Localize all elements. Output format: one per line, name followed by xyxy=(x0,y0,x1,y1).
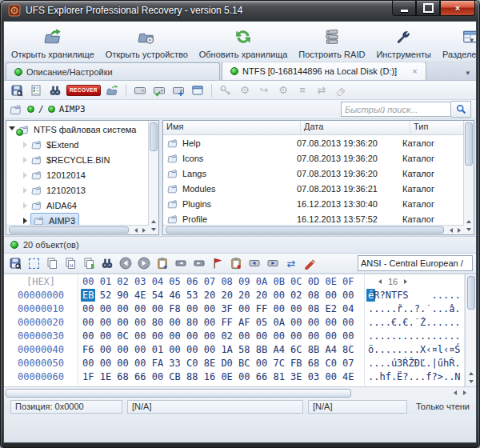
edit-mode-button[interactable] xyxy=(302,256,318,271)
column-header-type[interactable]: Тип xyxy=(410,121,463,134)
breadcrumb-root[interactable]: / xyxy=(38,104,44,114)
swap-button[interactable]: ⇄ xyxy=(314,82,330,98)
bookmark-flag-button[interactable] xyxy=(210,256,226,271)
save-selection-button[interactable] xyxy=(9,82,25,98)
expand-arrow-icon[interactable] xyxy=(19,155,30,165)
tree-item[interactable]: $Extend xyxy=(6,137,148,152)
tree-item[interactable]: 12012014 xyxy=(6,167,148,182)
scrollbar-thumb[interactable] xyxy=(465,122,473,166)
scroll-down-button[interactable] xyxy=(466,378,475,386)
find-button[interactable] xyxy=(47,82,63,98)
hex-byte-row[interactable]: 00 00 00 00 80 00 80 00 FF AF 05 0A 00 0… xyxy=(78,316,364,330)
hex-text-row[interactable]: .....ř..?.˙...â. xyxy=(365,302,464,316)
tree-item[interactable]: 12102013 xyxy=(6,182,148,198)
redo-button[interactable]: ↪ xyxy=(256,82,272,98)
disk-image-button[interactable] xyxy=(132,82,148,98)
eraser-button[interactable] xyxy=(333,82,349,98)
scrollbar-thumb[interactable] xyxy=(467,276,475,310)
search-button[interactable] xyxy=(451,101,471,118)
hex-byte-row[interactable]: 00 00 0C 00 00 00 00 00 02 00 00 00 00 0… xyxy=(78,330,364,343)
hex-vertical-scrollbar[interactable] xyxy=(465,274,476,386)
forward-button[interactable] xyxy=(136,256,152,271)
run-gear-button[interactable]: ⚙ xyxy=(275,82,291,98)
tree-vertical-scrollbar[interactable] xyxy=(148,121,158,234)
key-button[interactable] xyxy=(218,82,234,98)
selection-end-button[interactable] xyxy=(191,256,207,271)
scroll-right-button[interactable] xyxy=(140,226,149,234)
hex-find-button[interactable] xyxy=(99,256,115,271)
select-block-button[interactable] xyxy=(26,256,42,271)
tree-horizontal-scrollbar[interactable] xyxy=(6,225,149,234)
search-input[interactable] xyxy=(341,102,451,117)
scroll-up-button[interactable] xyxy=(465,217,474,226)
list-horizontal-scrollbar[interactable] xyxy=(163,225,464,234)
open-folder-button[interactable] xyxy=(104,82,120,98)
file-row[interactable]: Help 07.08.2013 19:36:20 Каталог xyxy=(163,135,463,150)
gear-button[interactable]: ⚙ xyxy=(237,82,253,98)
expand-arrow-icon[interactable] xyxy=(19,216,30,226)
back-button[interactable] xyxy=(118,256,134,271)
minimize-button[interactable] xyxy=(392,1,416,16)
hex-horizontal-scrollbar[interactable] xyxy=(4,386,476,398)
tools-button[interactable]: Инструменты xyxy=(370,22,437,62)
scrollbar-thumb[interactable] xyxy=(150,122,158,151)
sync-button[interactable]: ⇄ xyxy=(283,256,299,271)
spinner-decrease-icon[interactable] xyxy=(376,279,382,284)
goto-prev-button[interactable] xyxy=(246,256,262,271)
copy-hex-button[interactable]: H xyxy=(62,256,78,271)
hex-text-row[interactable]: ....€.€.˙Ż...... xyxy=(365,316,464,330)
scroll-left-button[interactable] xyxy=(446,226,455,234)
file-row[interactable]: Icons 07.08.2013 19:36:20 Каталог xyxy=(163,150,463,166)
expand-arrow-icon[interactable] xyxy=(19,170,30,180)
hex-text[interactable]: R?NTFS ..... xyxy=(374,290,460,301)
hex-byte-row[interactable]: 1F 1E 68 66 00 CB 88 16 0E 00 66 81 3E 0… xyxy=(78,370,364,384)
expand-arrow-icon[interactable] xyxy=(19,186,30,195)
selected-byte[interactable]: EB xyxy=(81,289,95,302)
maximize-button[interactable] xyxy=(416,1,440,16)
scrollbar-thumb[interactable] xyxy=(166,226,444,234)
list-vertical-scrollbar[interactable] xyxy=(463,121,474,234)
hex-bytes[interactable]: 52 90 4E 54 46 53 20 20 20 20 00 02 08 0… xyxy=(100,290,354,301)
scroll-down-button[interactable] xyxy=(150,226,158,234)
tree-item[interactable]: AIDA64 xyxy=(6,198,148,213)
toolbar-overflow-chevron-icon[interactable]: ▾ xyxy=(470,36,474,44)
open-device-button[interactable]: Открыть устройство xyxy=(100,22,194,62)
disk-add-button[interactable] xyxy=(170,82,186,98)
breadcrumb-folder[interactable]: AIMP3 xyxy=(59,104,86,114)
copy-text-button[interactable] xyxy=(81,256,97,271)
file-row[interactable]: Plugins 16.12.2013 13:30:40 Каталог xyxy=(163,196,463,211)
scroll-left-button[interactable] xyxy=(450,389,459,398)
close-button[interactable]: × xyxy=(440,1,475,16)
column-header-name[interactable]: Имя xyxy=(163,121,301,134)
hex-byte-row[interactable]: F6 00 00 00 01 00 00 00 1A 58 8B A4 6C 8… xyxy=(78,343,364,357)
selection-start-button[interactable] xyxy=(173,256,189,271)
copy-button[interactable] xyxy=(44,256,60,271)
spinner-increase-icon[interactable] xyxy=(404,279,410,284)
disk-test-button[interactable] xyxy=(151,82,167,98)
scroll-down-button[interactable] xyxy=(465,226,474,234)
scrollbar-thumb[interactable] xyxy=(6,389,351,398)
expand-arrow-icon[interactable] xyxy=(19,201,30,210)
hex-save-button[interactable] xyxy=(7,256,23,271)
build-raid-button[interactable]: Построить RAID xyxy=(293,22,370,62)
list-view-button[interactable]: ≡ xyxy=(294,82,310,98)
recover-button[interactable]: RECOVER xyxy=(66,85,101,96)
hex-bytes-grid[interactable]: 00 01 02 03 04 05 06 07 08 09 0A 0B 0C 0… xyxy=(78,274,365,386)
hex-byte-row[interactable]: 00 00 00 00 FA 33 C0 8E D0 BC 00 7C FB 6… xyxy=(78,357,364,370)
tree-item[interactable]: $RECYCLE.BIN xyxy=(6,152,148,167)
paste-new-button[interactable] xyxy=(154,256,170,271)
open-storage-button[interactable]: Открыть хранилище xyxy=(6,22,100,62)
refresh-storages-button[interactable]: Обновить хранилища xyxy=(194,22,294,62)
tree-item-root[interactable]: NTFS файловая система xyxy=(6,122,148,137)
hex-byte-row[interactable]: 00 00 00 00 00 F8 00 00 3F 00 FF 00 00 0… xyxy=(78,302,364,316)
scroll-right-button[interactable] xyxy=(461,389,470,398)
expand-arrow-icon[interactable] xyxy=(19,140,30,150)
hex-text-row[interactable]: ö........X‹¤l‹¤Ś xyxy=(365,343,464,357)
paste-special-button[interactable] xyxy=(228,256,244,271)
file-row[interactable]: Langs 07.08.2013 19:36:20 Каталог xyxy=(163,166,463,181)
scroll-right-button[interactable] xyxy=(455,226,464,234)
column-header-date[interactable]: Дата xyxy=(301,121,410,134)
hex-text-row[interactable]: ..hf.Ë?...f?>..N xyxy=(365,370,464,384)
scroll-left-button[interactable] xyxy=(131,226,140,234)
scrollbar-thumb[interactable] xyxy=(9,226,129,234)
